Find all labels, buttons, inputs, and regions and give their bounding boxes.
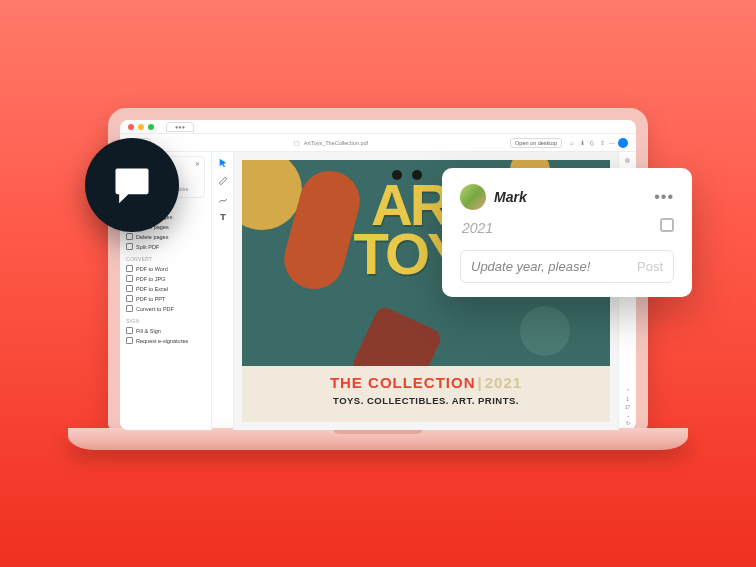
- cover-footer: THE COLLECTION|2021 TOYS. COLLECTIBLES. …: [242, 366, 610, 422]
- draw-tool-icon[interactable]: [218, 194, 228, 204]
- search-icon[interactable]: ⌕: [568, 139, 576, 147]
- section-convert-label: CONVERT: [126, 256, 205, 262]
- split-icon: [126, 243, 133, 250]
- sidebar-item-delete-pages[interactable]: Delete pages: [126, 232, 205, 242]
- excel-icon: [126, 285, 133, 292]
- comment-author-avatar[interactable]: [460, 184, 486, 210]
- sidebar-item-convert-to-pdf[interactable]: Convert to PDF: [126, 304, 205, 314]
- window-titlebar: ●●●: [120, 120, 636, 134]
- sign-icon: [126, 327, 133, 334]
- cover-tagline: TOYS. COLLECTIBLES. ART. PRINTS.: [242, 395, 610, 406]
- close-window-dot[interactable]: [128, 124, 134, 130]
- chevron-down-icon[interactable]: ⌄: [626, 412, 630, 418]
- app-toolbar: Tools ▢ ArtToys_TheCollection.pdf Open o…: [120, 134, 636, 152]
- sidebar-item-pdf-to-excel[interactable]: PDF to Excel: [126, 284, 205, 294]
- delete-icon: [126, 233, 133, 240]
- jpg-icon: [126, 275, 133, 282]
- word-icon: [126, 265, 133, 272]
- comment-input-row: Update year, please! Post: [460, 250, 674, 283]
- document-title-text: ArtToys_TheCollection.pdf: [304, 140, 368, 146]
- text-tool-icon[interactable]: [218, 212, 228, 222]
- close-panel-icon[interactable]: ✕: [195, 160, 200, 167]
- ppt-icon: [126, 295, 133, 302]
- more-icon[interactable]: ⋯: [608, 139, 616, 147]
- maximize-window-dot[interactable]: [148, 124, 154, 130]
- comment-feature-badge: [85, 138, 179, 232]
- comment-quoted-text: 2021: [462, 220, 674, 236]
- comment-input[interactable]: Update year, please!: [471, 259, 637, 274]
- sidebar-item-fill-sign[interactable]: Fill & Sign: [126, 326, 205, 336]
- comment-author-name: Mark: [494, 189, 527, 205]
- print-icon[interactable]: ⎙: [588, 139, 596, 147]
- open-on-desktop-button[interactable]: Open on desktop: [510, 138, 562, 148]
- request-icon: [126, 337, 133, 344]
- account-avatar[interactable]: [618, 138, 628, 148]
- comment-popover: Mark ••• 2021 Update year, please! Post: [442, 168, 692, 297]
- collection-heading: THE COLLECTION|2021: [242, 374, 610, 391]
- chat-bubble-icon: [110, 163, 154, 207]
- sidebar-item-pdf-to-word[interactable]: PDF to Word: [126, 264, 205, 274]
- download-icon[interactable]: ⬇: [578, 139, 586, 147]
- sidebar-item-pdf-to-ppt[interactable]: PDF to PPT: [126, 294, 205, 304]
- post-comment-button[interactable]: Post: [637, 259, 663, 274]
- browser-tab[interactable]: ●●●: [166, 122, 194, 132]
- highlight-tool-icon[interactable]: [218, 176, 228, 186]
- rail-icon-1[interactable]: [625, 158, 630, 163]
- sidebar-item-request-signatures[interactable]: Request e-signatures: [126, 336, 205, 346]
- comment-menu-icon[interactable]: •••: [654, 188, 674, 206]
- comment-header: Mark •••: [460, 184, 674, 210]
- laptop-base: [68, 428, 688, 450]
- vertical-toolbar: [212, 152, 234, 430]
- share-icon[interactable]: ⇪: [598, 139, 606, 147]
- section-sign-label: SIGN: [126, 318, 205, 324]
- pdf-icon: [126, 305, 133, 312]
- minimize-window-dot[interactable]: [138, 124, 144, 130]
- toolbar-actions: ⌕ ⬇ ⎙ ⇪ ⋯: [568, 138, 628, 148]
- page-indicator: ⌃ 1 17 ⌄ ↻: [625, 384, 631, 430]
- cursor-tool-icon[interactable]: [218, 158, 228, 168]
- file-icon: ▢: [293, 139, 301, 147]
- chevron-up-icon[interactable]: ⌃: [626, 388, 630, 394]
- sidebar-item-pdf-to-jpg[interactable]: PDF to JPG: [126, 274, 205, 284]
- sidebar-item-split-pdf[interactable]: Split PDF: [126, 242, 205, 252]
- refresh-icon[interactable]: ↻: [626, 420, 630, 426]
- document-title: ▢ ArtToys_TheCollection.pdf: [157, 139, 504, 147]
- resolve-checkbox[interactable]: [660, 218, 674, 232]
